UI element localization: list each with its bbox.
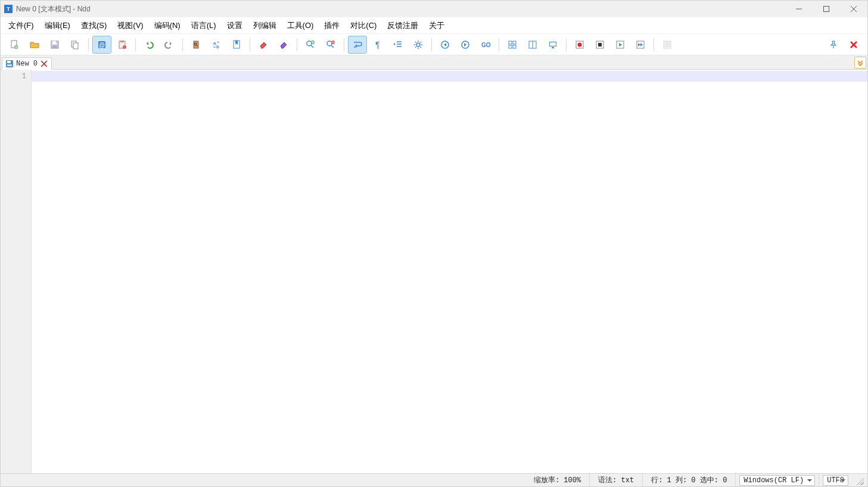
encoding-select[interactable]: UTF8 <box>823 475 848 486</box>
svg-rect-68 <box>7 61 11 63</box>
pilcrow-icon[interactable]: ¶ <box>368 36 387 54</box>
toolbar-separator <box>135 38 136 51</box>
list-icon <box>658 36 677 54</box>
eol-value: Windows(CR LF) <box>743 476 804 485</box>
line-number: 1 <box>1 71 26 82</box>
svg-text:GO: GO <box>481 42 490 48</box>
settings-gear-icon[interactable] <box>409 36 428 54</box>
open-file-icon[interactable] <box>25 36 44 54</box>
window-controls <box>785 1 867 17</box>
menu-item-7[interactable]: 列编辑 <box>248 18 282 33</box>
svg-rect-14 <box>120 41 124 42</box>
sel-label: 选中: <box>700 475 718 485</box>
menu-item-10[interactable]: 对比(C) <box>345 18 382 33</box>
replace-icon[interactable]: ab <box>207 36 226 54</box>
tab-close-button[interactable] <box>41 60 48 67</box>
editor-line <box>32 71 867 82</box>
tag-icon[interactable]: @ <box>92 36 111 54</box>
prev-mark-icon[interactable] <box>435 36 455 54</box>
menu-item-0[interactable]: 文件(F) <box>3 18 39 33</box>
svg-rect-47 <box>509 45 512 48</box>
svg-rect-8 <box>52 45 57 48</box>
zoom-out-icon[interactable] <box>321 36 340 54</box>
svg-rect-48 <box>513 45 516 48</box>
titlebar: T New 0 [文本模式] - Ndd <box>1 1 867 17</box>
tab-label: New 0 <box>16 60 38 68</box>
menu-item-4[interactable]: 编码(N) <box>149 18 186 33</box>
close-window-button[interactable] <box>840 1 867 17</box>
undo-icon[interactable] <box>139 36 158 54</box>
svg-point-15 <box>123 45 126 49</box>
next-mark-icon[interactable] <box>456 36 475 54</box>
status-zoom: 缩放率: 100% <box>525 474 589 486</box>
svg-line-41 <box>421 42 422 43</box>
toolbar-separator <box>250 38 250 51</box>
play-icon[interactable] <box>611 36 630 54</box>
menu-item-8[interactable]: 工具(O) <box>282 18 319 33</box>
menu-item-11[interactable]: 反馈注册 <box>382 18 424 33</box>
svg-rect-46 <box>513 41 516 44</box>
menu-item-5[interactable]: 语言(L) <box>186 18 222 33</box>
svg-rect-57 <box>598 43 602 46</box>
svg-line-23 <box>311 45 313 48</box>
editor-area: 1 <box>1 70 867 473</box>
resize-grip[interactable] <box>854 476 864 485</box>
col-label: 列: <box>676 475 687 485</box>
eol-select[interactable]: Windows(CR LF) <box>739 475 815 486</box>
svg-rect-7 <box>52 41 56 44</box>
svg-rect-1 <box>824 7 829 12</box>
toolbar-separator <box>182 38 183 51</box>
grid-icon[interactable] <box>503 36 522 54</box>
new-file-icon[interactable] <box>5 36 24 54</box>
zoom-in-icon[interactable] <box>301 36 320 54</box>
col-value: 0 <box>691 476 695 485</box>
menu-item-9[interactable]: 插件 <box>319 18 345 33</box>
line-gutter: 1 <box>1 70 32 473</box>
text-input-area[interactable] <box>32 70 867 473</box>
wordwrap-icon[interactable] <box>348 36 367 54</box>
menu-item-1[interactable]: 编辑(E) <box>39 18 76 33</box>
svg-point-33 <box>416 43 420 46</box>
redo-icon[interactable] <box>160 36 179 54</box>
paste-icon[interactable] <box>113 36 132 54</box>
eraser-purple-icon[interactable] <box>274 36 293 54</box>
toolbar-separator <box>431 38 432 51</box>
menu-item-3[interactable]: 视图(V) <box>112 18 148 33</box>
tab-overflow-button[interactable] <box>854 57 866 69</box>
syntax-label: 语法: <box>598 475 617 485</box>
svg-line-40 <box>415 46 416 48</box>
minimize-button[interactable] <box>785 1 813 17</box>
menu-item-6[interactable]: 设置 <box>222 18 248 33</box>
copy-icon[interactable] <box>66 36 85 54</box>
svg-line-38 <box>415 42 416 43</box>
bookmark-icon[interactable] <box>227 36 246 54</box>
maximize-button[interactable] <box>813 1 840 17</box>
find-icon[interactable] <box>186 36 206 54</box>
toolbar-separator <box>88 38 89 51</box>
split-icon[interactable] <box>523 36 542 54</box>
sel-value: 0 <box>723 476 727 485</box>
svg-point-22 <box>307 41 312 46</box>
toolbar-separator <box>566 38 567 51</box>
eraser-red-icon[interactable] <box>254 36 273 54</box>
encoding-value: UTF8 <box>827 476 844 485</box>
menu-item-12[interactable]: 关于 <box>424 18 450 33</box>
record-icon[interactable] <box>570 36 589 54</box>
go-icon[interactable]: GO <box>476 36 495 54</box>
save-icon[interactable] <box>45 36 64 54</box>
status-syntax: 语法: txt <box>589 474 642 486</box>
app-icon: T <box>4 5 13 13</box>
toolbar: @ab¶GO <box>1 34 867 55</box>
svg-rect-69 <box>7 64 12 66</box>
monitor-icon[interactable] <box>543 36 562 54</box>
status-cursor: 行: 1 列: 0 选中: 0 <box>642 474 735 486</box>
tab-new-0[interactable]: New 0 <box>2 57 52 70</box>
menu-item-2[interactable]: 查找(S) <box>76 18 112 33</box>
svg-rect-45 <box>509 41 512 44</box>
play-fast-icon[interactable] <box>631 36 650 54</box>
indent-icon[interactable] <box>388 36 407 54</box>
pin-icon[interactable] <box>824 36 843 54</box>
svg-rect-52 <box>550 42 556 46</box>
stop-icon[interactable] <box>590 36 609 54</box>
close-all-icon[interactable] <box>844 36 863 54</box>
